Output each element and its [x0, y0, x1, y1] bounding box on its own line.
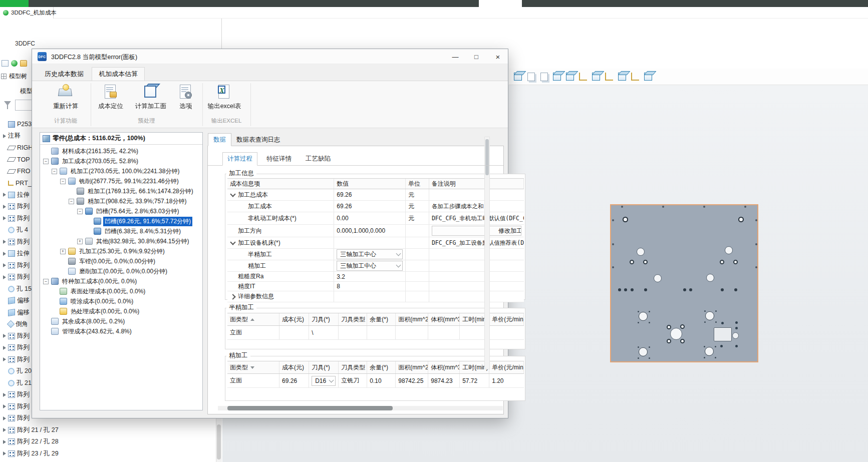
tab-feature-detail[interactable]: 特征详情 — [262, 152, 296, 166]
collapse-minus-icon[interactable]: − — [43, 279, 49, 284]
measure-icon[interactable] — [642, 71, 654, 83]
expand-arrow-icon[interactable] — [3, 346, 6, 350]
collapse-minus-icon[interactable]: − — [60, 179, 66, 184]
model-tree-tab[interactable]: 模型树 — [1, 72, 27, 81]
expand-arrow-icon[interactable] — [3, 451, 6, 455]
info-table-row[interactable]: 详细参数信息 — [227, 291, 524, 302]
feature-tree-item[interactable]: RIGH — [1, 143, 33, 153]
expand-arrow-icon[interactable] — [3, 216, 6, 220]
expand-plus-icon[interactable]: + — [77, 239, 83, 244]
feature-tree-item[interactable]: FRO — [1, 166, 30, 176]
cost-tree-item[interactable]: 粗加工(1769.13元, 66.1%;1474.28分钟) — [69, 186, 195, 196]
cost-tree-item[interactable]: 车镗(0.00元, 0.0%;0.00分钟) — [60, 256, 157, 266]
expand-arrow-icon[interactable] — [3, 193, 6, 197]
cost-tree-item[interactable]: 热处理成本(0.00元, 0.0%) — [52, 306, 141, 316]
excel-button[interactable]: X输出excel表 — [195, 84, 254, 111]
cost-tree-item[interactable]: −铣削(2677.75元, 99.1%;2231.46分钟) — [60, 176, 180, 186]
machine-select-dropdown[interactable]: 三轴加工中心 — [337, 261, 403, 271]
cost-tree-item[interactable]: 其余成本(8.00元, 0.2%) — [43, 316, 126, 326]
cost-tree-item[interactable]: +孔加工(25.30元, 0.9%;9.92分钟) — [60, 246, 166, 256]
finish-row[interactable]: 立面69.26D16立铣刀0.1098742.259874.2357.721.2… — [227, 374, 524, 388]
feature-tree-item[interactable]: PRT_ — [1, 178, 32, 188]
feature-tree-item[interactable]: 孔 4 — [1, 225, 28, 235]
dialog-tab-0[interactable]: 历史成本数据 — [38, 67, 90, 81]
cost-locate-button[interactable]: 成本定位 — [94, 84, 127, 111]
cost-tree-root[interactable]: 零件(总成本：5116.02元，100%) — [40, 133, 202, 145]
open-folder-icon[interactable] — [20, 60, 27, 67]
feature-tree-item[interactable]: TOP — [1, 155, 30, 165]
info-table-row[interactable]: 非机动工时成本(*)0.00元DFC_CFG_非机动工时默认值(DFC_CF — [227, 212, 524, 225]
feature-tree-item[interactable]: 阵列 23 / 孔 29 — [1, 448, 59, 458]
maximize-button[interactable]: □ — [468, 49, 485, 64]
cost-tree-item[interactable]: 喷涂成本(0.00元, 0.0%) — [52, 296, 135, 306]
feature-tree-item[interactable]: 阵列 — [1, 401, 30, 411]
cube-icon[interactable] — [512, 71, 524, 83]
expand-arrow-icon[interactable] — [3, 357, 6, 361]
feature-tree-item[interactable]: 阵列 — [1, 260, 30, 270]
tab-data[interactable]: 数据 — [208, 133, 231, 146]
axes-icon[interactable] — [577, 71, 589, 83]
expand-arrow-icon[interactable] — [3, 275, 6, 279]
feature-tree-item[interactable]: 阵列 — [1, 354, 30, 364]
info-table-row[interactable]: 加工设备机床(*)DFC_CFG_加工设备默认值推荐表(DF — [227, 237, 524, 249]
collapse-minus-icon[interactable]: − — [77, 209, 83, 214]
feature-tree-item[interactable]: 孔 21 — [1, 378, 32, 388]
datum-plane-icon[interactable] — [590, 71, 602, 83]
status-sphere-icon[interactable] — [11, 60, 18, 67]
cost-tree-item[interactable]: −加工成本(2703.05元, 52.8%) — [43, 156, 140, 166]
sort-desc-icon[interactable] — [250, 366, 254, 369]
feature-tree-item[interactable]: 偏移 — [1, 296, 30, 306]
feature-tree-item[interactable]: 孔 15 — [1, 284, 32, 294]
expand-arrow-icon[interactable] — [3, 134, 6, 138]
cost-tree-item[interactable]: 磨削加工(0.00元, 0.0%;0.00分钟) — [60, 266, 169, 276]
feature-tree-item[interactable]: 阵列 — [1, 331, 30, 341]
info-table-row[interactable]: 加工方向0.000,1.000,0.000修改加工方向 — [227, 225, 524, 237]
new-file-icon[interactable] — [2, 60, 9, 67]
model-tree-scrollbar-thumb[interactable] — [217, 424, 221, 459]
sort-asc-icon[interactable] — [250, 318, 254, 321]
datum-point-icon[interactable] — [616, 71, 628, 83]
semi-finish-row[interactable]: 立面\ — [227, 326, 524, 340]
expand-arrow-icon[interactable] — [3, 416, 6, 420]
row-expanded-icon[interactable] — [230, 191, 235, 197]
collapse-minus-icon[interactable]: − — [43, 159, 49, 164]
expand-plus-icon[interactable]: + — [60, 249, 66, 254]
data-panel-hscrollbar-thumb[interactable] — [227, 406, 393, 410]
feature-tree-item[interactable]: 阵列 — [1, 343, 30, 353]
tab-calc-process[interactable]: 计算过程 — [222, 152, 257, 166]
machine-select-dropdown[interactable]: 三轴加工中心 — [337, 249, 403, 259]
info-table-row[interactable]: 半精加工三轴加工中心 — [227, 249, 524, 260]
tab-data-query-log[interactable]: 数据表查询日志 — [231, 133, 285, 146]
csys-icon[interactable] — [629, 71, 641, 83]
data-panel-vscrollbar-thumb[interactable] — [485, 139, 489, 175]
info-table-row[interactable]: 粗糙度Ra3.2 — [227, 272, 524, 282]
copy-doc-icon[interactable] — [525, 71, 537, 83]
collapse-minus-icon[interactable]: − — [52, 169, 57, 174]
info-table-row[interactable]: 加工成本69.26元各加工步骤成本之和 — [227, 201, 524, 212]
datum-axis-icon[interactable] — [603, 71, 615, 83]
cost-tree-item[interactable]: −机加工(2703.05元, 100.0%;2241.38分钟) — [52, 166, 181, 176]
feature-tree-item[interactable]: 阵列 22 / 孔 28 — [1, 437, 59, 447]
info-table-row[interactable]: 加工总成本69.26元 — [227, 189, 524, 201]
cost-tree-item[interactable]: 材料成本(2161.35元, 42.2%) — [43, 146, 140, 156]
feature-tree-item[interactable]: 注释 — [1, 131, 21, 141]
expand-arrow-icon[interactable] — [3, 205, 6, 209]
row-collapsed-icon[interactable] — [230, 294, 235, 299]
collapse-minus-icon[interactable]: − — [69, 199, 74, 204]
cad-part-plate[interactable] — [610, 204, 758, 362]
expand-arrow-icon[interactable] — [3, 404, 6, 408]
cost-tree-item[interactable]: −特种加工成本(0.00元, 0.0%) — [43, 276, 138, 286]
feature-tree-item[interactable]: 拉伸 — [1, 249, 30, 259]
expand-arrow-icon[interactable] — [3, 240, 6, 244]
calc-faces-button[interactable]: 计算加工面 — [131, 84, 171, 111]
expand-arrow-icon[interactable] — [3, 440, 6, 444]
feature-tree-item[interactable]: 偏移 — [1, 307, 30, 317]
tab-process-defect[interactable]: 工艺缺陷 — [301, 152, 335, 166]
cube-plus-icon[interactable] — [551, 71, 563, 83]
feature-tree-item[interactable]: 阵列 21 / 孔 27 — [1, 425, 59, 435]
dialog-tab-1[interactable]: 机加成本估算 — [92, 67, 145, 81]
app-tab-3ddfc[interactable]: 3DDFC_机加成本 — [0, 7, 54, 19]
feature-tree-item[interactable]: 阵列 — [1, 202, 30, 212]
cost-tree-item[interactable]: 表面处理成本(0.00元, 0.0%) — [52, 286, 147, 296]
feature-tree-item[interactable]: 孔 20 — [1, 366, 32, 376]
